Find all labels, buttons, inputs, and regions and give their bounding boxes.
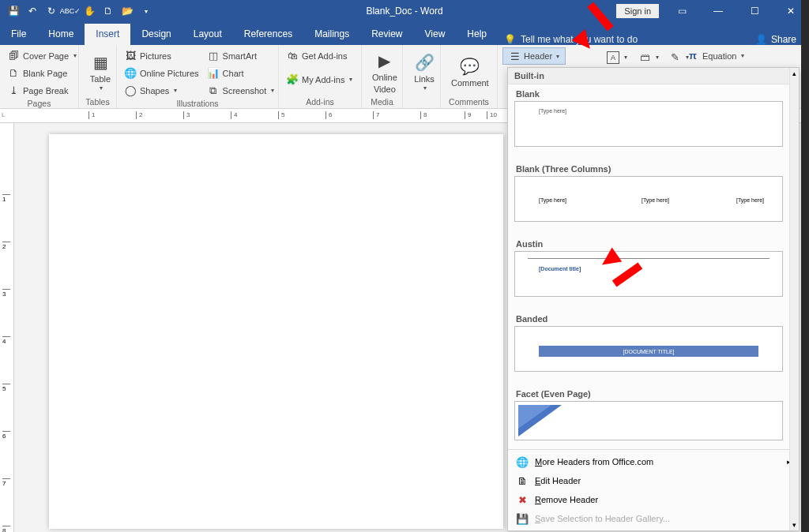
chart-label: Chart [223,69,244,78]
new-doc-icon[interactable]: 🗋 [100,2,117,20]
group-label-pages: Pages [0,99,78,110]
table-icon: ▦ [89,52,111,73]
online-video-label2: Video [374,84,396,94]
gallery-section-builtin: Built-in [508,68,799,84]
smartart-icon: ◫ [207,50,220,62]
screenshot-icon: ⧉ [207,84,220,97]
online-video-button[interactable]: ▶ Online Video [367,47,403,97]
scroll-up-icon[interactable]: ▴ [792,69,796,77]
smartart-label: SmartArt [223,51,257,61]
gallery-item-three-columns[interactable]: [Type here] [Type here] [Type here] [514,176,783,222]
tab-help[interactable]: Help [456,24,498,45]
comment-icon: 💬 [459,56,481,77]
save-gallery-icon: 💾 [516,512,529,525]
office-icon: 🌐 [516,455,529,468]
hand-icon[interactable]: ✋ [81,2,98,20]
tab-mailings[interactable]: Mailings [303,24,360,45]
my-addins-button[interactable]: 🧩My Add-ins▾ [284,71,355,88]
remove-header-button[interactable]: ✖ Remove Header [508,490,799,509]
group-label-comments: Comments [441,97,497,108]
blank-page-button[interactable]: 🗋Blank Page [5,65,79,81]
gallery-item-title: Facet (Even Page) [514,384,788,401]
document-page[interactable] [49,134,503,529]
online-video-label1: Online [372,73,397,82]
page-break-label: Page Break [23,86,68,96]
tab-home[interactable]: Home [37,24,85,45]
get-addins-button[interactable]: 🛍Get Add-ins [284,47,355,64]
share-label: Share [771,34,796,45]
tab-insert[interactable]: Insert [85,24,130,45]
store-icon: 🛍 [286,50,299,62]
quick-parts-button[interactable]: 🗃▾ [636,49,661,66]
smartart-button[interactable]: ◫SmartArt [205,47,277,64]
open-icon[interactable]: 📂 [119,2,136,20]
undo-icon[interactable]: ↶ [24,2,41,20]
chart-button[interactable]: 📊Chart [205,65,277,81]
screenshot-label: Screenshot [223,86,267,96]
remove-header-label: emove Header [541,495,598,504]
spellcheck-icon[interactable]: ABC✓ [62,2,79,20]
tab-view[interactable]: View [414,24,457,45]
tab-design[interactable]: Design [130,24,182,45]
header-label: Header [524,51,552,61]
group-links: 🔗 Links▾ [403,45,441,108]
screenshot-button[interactable]: ⧉Screenshot▾ [205,82,277,99]
tab-file[interactable]: File [0,24,37,45]
more-headers-button[interactable]: 🌐 More Headers from Office.com ▸ [508,452,799,471]
save-icon[interactable]: 💾 [5,2,22,20]
header-button[interactable]: ☰ Header ▾ [502,47,566,65]
maximize-icon[interactable]: ☐ [736,0,773,22]
ribbon-display-icon[interactable]: ▭ [664,0,700,22]
gallery-scrollbar[interactable]: ▴ ▾ [789,68,799,530]
group-label-media: Media [362,97,402,108]
pictures-button[interactable]: 🖼Pictures [122,47,201,64]
link-icon: 🔗 [413,52,435,73]
qat-dropdown-icon[interactable]: ▾ [137,2,155,20]
pictures-icon: 🖼 [124,50,137,62]
tab-layout[interactable]: Layout [182,24,233,45]
group-comments: 💬 Comment Comments [441,45,498,108]
cover-page-button[interactable]: 🗐Cover Page▾ [5,47,79,64]
group-label-tables: Tables [79,97,116,108]
gallery-item-title: Blank [514,84,788,101]
page-break-button[interactable]: ⤓Page Break [5,82,79,99]
shapes-button[interactable]: ◯Shapes▾ [122,82,201,99]
ribbon-tabs: File Home Insert Design Layout Reference… [0,22,809,45]
tab-review[interactable]: Review [360,24,413,45]
share-button[interactable]: 👤 Share [743,34,809,45]
online-pictures-label: Online Pictures [140,69,199,78]
quickparts-icon: 🗃 [638,51,651,64]
gallery-scroll[interactable]: Blank [Type here] Blank (Three Columns) … [508,84,799,449]
text-box-button[interactable]: A▾ [604,49,630,66]
tab-references[interactable]: References [233,24,303,45]
my-addins-label: My Add-ins [302,75,344,84]
group-media: ▶ Online Video Media [362,45,403,108]
gallery-item-blank[interactable]: [Type here] [514,101,783,147]
placeholder-text: [Type here] [539,108,566,114]
table-button[interactable]: ▦ Table▾ [84,47,117,97]
gallery-item-title: Blank (Three Columns) [514,159,788,176]
online-pictures-button[interactable]: 🌐Online Pictures [122,65,201,81]
table-label: Table [90,74,111,84]
scroll-down-icon[interactable]: ▾ [792,521,796,529]
equation-label: Equation [702,51,736,61]
quick-access-toolbar: 💾 ↶ ↻ ABC✓ ✋ 🗋 📂 ▾ [0,2,160,20]
equation-button[interactable]: πEquation▾ [684,47,747,64]
links-label: Links [414,74,435,84]
comment-button[interactable]: 💬 Comment [446,47,495,97]
gallery-item-austin[interactable]: [Document title] [514,251,783,297]
edit-header-button[interactable]: 🗎 Edit Header [508,471,799,490]
pictures-label: Pictures [140,51,171,61]
minimize-icon[interactable]: — [700,0,736,22]
shapes-label: Shapes [140,86,169,96]
ruler-vertical[interactable]: 1 2 3 4 5 6 7 8 [0,123,14,532]
screen-edge [801,0,809,532]
sign-in-button[interactable]: Sign in [616,4,659,18]
gallery-item-facet[interactable] [514,401,783,440]
redo-icon[interactable]: ↻ [43,2,60,20]
tell-me-search[interactable]: 💡 Tell me what you want to do [498,34,644,45]
placeholder-text: [DOCUMENT TITLE] [539,346,758,357]
links-button[interactable]: 🔗 Links▾ [408,47,441,97]
gallery-item-title: Austin [514,234,788,251]
gallery-item-banded[interactable]: [DOCUMENT TITLE] [514,326,783,372]
